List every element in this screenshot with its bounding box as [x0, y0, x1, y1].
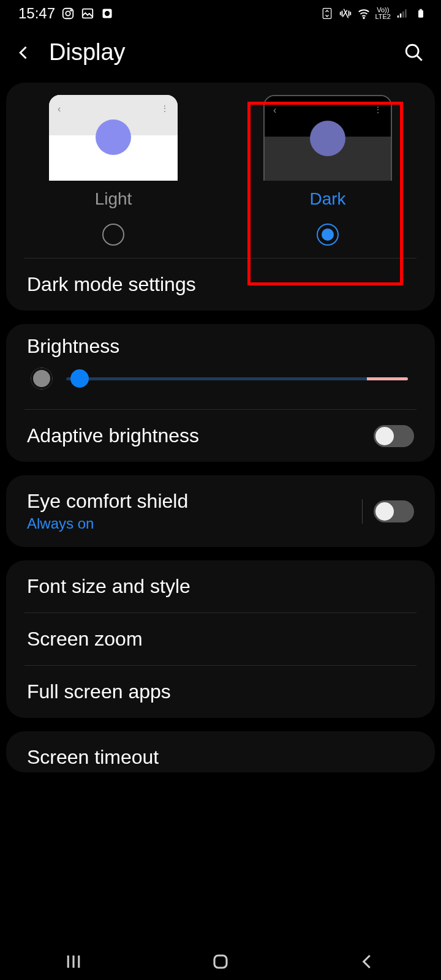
eye-comfort-sub: Always on	[27, 515, 188, 532]
eye-comfort-card: Eye comfort shield Always on	[6, 475, 435, 547]
svg-point-2	[70, 10, 72, 11]
light-radio[interactable]	[102, 224, 124, 246]
wifi-icon	[357, 7, 371, 20]
nav-home[interactable]	[196, 949, 245, 974]
light-label: Light	[95, 189, 132, 209]
brightness-low-icon	[33, 370, 50, 387]
dark-radio[interactable]	[317, 224, 339, 246]
gallery-icon	[81, 7, 94, 20]
app-icon	[100, 7, 114, 20]
theme-option-dark[interactable]: ‹ ⋮ Dark	[221, 95, 435, 246]
eye-comfort-toggle[interactable]	[374, 500, 414, 522]
svg-point-14	[406, 45, 418, 57]
instagram-icon	[61, 7, 75, 20]
font-size-label: Font size and style	[27, 575, 190, 598]
svg-rect-11	[405, 9, 407, 17]
svg-rect-15	[214, 956, 227, 968]
search-button[interactable]	[402, 40, 426, 65]
eye-comfort-label: Eye comfort shield	[27, 490, 188, 513]
dark-label: Dark	[309, 189, 345, 209]
page-header: Display	[0, 27, 441, 83]
dark-mode-settings-label: Dark mode settings	[27, 273, 196, 296]
status-bar: 15:47 Vo)) LTE2	[0, 0, 441, 27]
dark-mode-settings-row[interactable]: Dark mode settings	[6, 258, 435, 311]
light-preview: ‹ ⋮	[49, 95, 178, 181]
screen-timeout-card: Screen timeout	[6, 731, 435, 772]
theme-option-light[interactable]: ‹ ⋮ Light	[6, 95, 221, 246]
svg-rect-12	[418, 10, 423, 18]
screen-timeout-label: Screen timeout	[27, 746, 159, 769]
svg-point-7	[363, 17, 364, 18]
slider-warning-zone	[367, 377, 408, 380]
signal-icon	[396, 7, 409, 20]
adaptive-brightness-toggle[interactable]	[374, 425, 414, 447]
status-time: 15:47	[18, 5, 55, 22]
svg-point-5	[105, 11, 110, 16]
brightness-thumb[interactable]	[70, 369, 89, 388]
battery-icon	[414, 7, 428, 20]
full-screen-apps-label: Full screen apps	[27, 680, 171, 703]
display-options-card: Font size and style Screen zoom Full scr…	[6, 560, 435, 718]
brightness-slider-row	[6, 364, 435, 409]
svg-rect-8	[398, 15, 399, 17]
theme-card: ‹ ⋮ Light ‹ ⋮ Dark	[6, 83, 435, 311]
vertical-divider	[362, 499, 363, 524]
adaptive-brightness-label: Adaptive brightness	[27, 424, 199, 447]
brightness-slider[interactable]	[66, 377, 408, 380]
network-indicator: Vo)) LTE2	[375, 7, 391, 20]
screen-timeout-row[interactable]: Screen timeout	[6, 731, 435, 772]
svg-rect-10	[402, 12, 404, 18]
full-screen-apps-row[interactable]: Full screen apps	[6, 666, 435, 718]
vibrate-icon	[339, 7, 352, 20]
brightness-title: Brightness	[6, 324, 435, 364]
font-size-row[interactable]: Font size and style	[6, 560, 435, 612]
dark-preview: ‹ ⋮	[263, 95, 392, 181]
navigation-bar	[0, 943, 441, 980]
svg-rect-13	[420, 9, 422, 10]
recycle-icon	[320, 7, 334, 20]
eye-comfort-row[interactable]: Eye comfort shield Always on	[6, 475, 435, 547]
nav-recents[interactable]	[49, 949, 98, 974]
svg-point-1	[66, 11, 70, 15]
back-button[interactable]	[15, 43, 33, 62]
nav-back[interactable]	[343, 949, 392, 974]
svg-rect-9	[400, 13, 402, 18]
brightness-card: Brightness Adaptive brightness	[6, 324, 435, 462]
screen-zoom-row[interactable]: Screen zoom	[6, 613, 435, 665]
screen-zoom-label: Screen zoom	[27, 628, 143, 650]
page-title: Display	[49, 39, 386, 66]
adaptive-brightness-row[interactable]: Adaptive brightness	[6, 410, 435, 462]
